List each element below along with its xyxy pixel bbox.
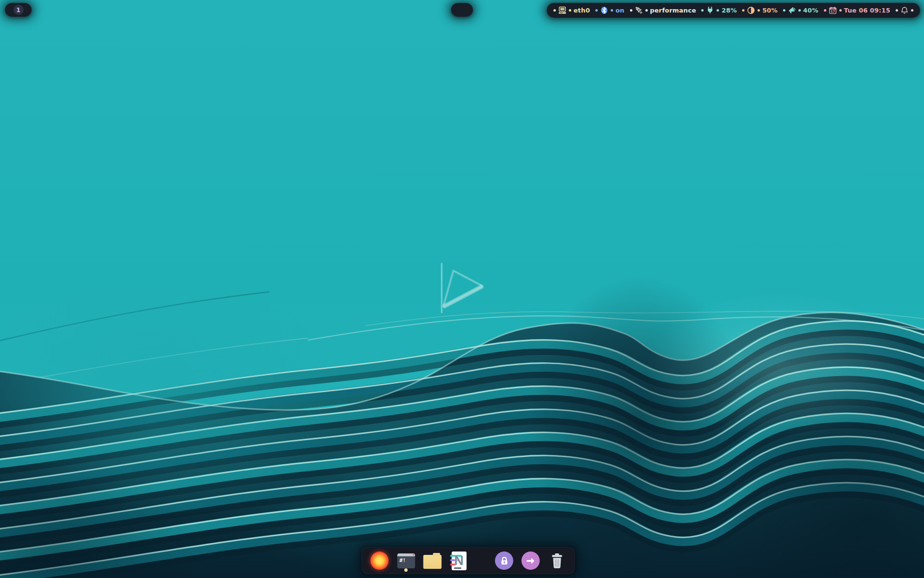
bell-icon <box>900 6 909 14</box>
volume-label: 40% <box>803 7 819 14</box>
network-label: eth0 <box>574 7 590 14</box>
separator-dot <box>645 9 648 12</box>
play-logo-watermark <box>436 259 488 317</box>
separator-dot <box>595 9 598 12</box>
separator-dot <box>896 9 898 12</box>
notes-icon: N <box>451 552 466 570</box>
statusbar: eth0 on performance <box>547 3 920 18</box>
brightness-label: 50% <box>762 7 778 14</box>
computer-icon <box>558 6 566 14</box>
separator-dot <box>798 9 801 12</box>
dock-item-trash[interactable] <box>547 549 567 572</box>
close-dot-icon <box>412 554 414 555</box>
bluetooth-icon <box>600 6 608 14</box>
separator-dot <box>553 9 556 12</box>
separator-dot <box>783 9 785 12</box>
power-profile-label: performance <box>650 7 696 14</box>
folder-icon <box>424 555 442 569</box>
separator-dot <box>911 9 913 12</box>
half-circle-icon <box>747 6 755 14</box>
statusbar-module-clock[interactable]: July 17 Tue 06 09:15 <box>824 6 890 14</box>
megaphone-icon <box>788 6 796 14</box>
statusbar-module-power-profile[interactable]: performance <box>630 6 696 14</box>
separator-dot <box>611 9 613 12</box>
separator-dot <box>701 9 704 12</box>
arrow-right-icon <box>522 552 540 570</box>
dock: #! N <box>362 547 575 574</box>
dock-item-terminal[interactable]: #! <box>396 549 416 572</box>
dock-item-notes[interactable]: N <box>449 549 469 572</box>
running-indicator <box>404 568 408 572</box>
separator-dot <box>742 9 744 12</box>
separator-dot <box>630 9 632 12</box>
statusbar-module-notifications[interactable] <box>896 6 913 14</box>
statusbar-module-brightness[interactable]: 50% <box>742 6 778 14</box>
trash-icon <box>550 553 565 569</box>
separator-dot <box>757 9 760 12</box>
workspace-indicator[interactable]: 1 <box>5 3 32 17</box>
dock-item-launcher[interactable] <box>370 549 390 572</box>
workspace-number: 1 <box>13 5 24 15</box>
notes-letter: N <box>451 552 466 569</box>
statusbar-module-volume[interactable]: 40% <box>783 6 819 14</box>
bluetooth-label: on <box>616 7 625 14</box>
dock-item-lock-screen[interactable] <box>494 549 514 572</box>
separator-dot <box>839 9 842 12</box>
desktop: 1 eth0 on <box>0 0 924 578</box>
terminal-icon: #! <box>397 553 415 568</box>
battery-label: 28% <box>721 7 737 14</box>
statusbar-module-battery[interactable]: 28% <box>701 6 737 14</box>
plug-icon <box>706 6 714 14</box>
separator-dot <box>569 9 571 12</box>
sun-launcher-icon <box>371 552 389 570</box>
dock-item-file-manager[interactable] <box>423 549 443 572</box>
rocket-icon <box>635 6 643 14</box>
dock-separator <box>475 558 488 563</box>
dock-item-log-out[interactable] <box>521 549 541 572</box>
shebang-glyph: #! <box>399 557 406 564</box>
separator-dot <box>824 9 826 12</box>
statusbar-module-bluetooth[interactable]: on <box>595 6 625 14</box>
statusbar-module-network[interactable]: eth0 <box>553 6 590 14</box>
lock-icon <box>495 552 513 570</box>
calendar-icon: July 17 <box>829 6 837 14</box>
calendar-day-text: 17 <box>831 10 835 13</box>
terminal-titlebar <box>397 553 415 556</box>
media-widget[interactable] <box>451 3 473 17</box>
clock-label: Tue 06 09:15 <box>844 7 890 14</box>
separator-dot <box>717 9 719 12</box>
